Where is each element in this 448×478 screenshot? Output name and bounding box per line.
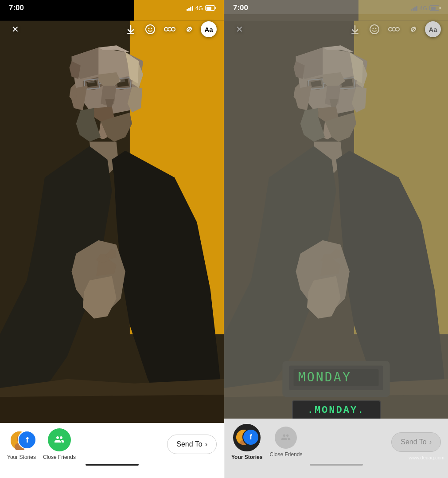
left-bottom-area: f Your Stories Close Friends Send To › bbox=[0, 423, 224, 478]
left-toolbar: ✕ Aa bbox=[0, 18, 224, 41]
svg-point-40 bbox=[148, 28, 150, 29]
right-your-stories-avatar-ring: f bbox=[233, 424, 261, 451]
close-button[interactable]: ✕ bbox=[7, 21, 23, 37]
watermark: www.deuaq.com bbox=[409, 455, 444, 460]
svg-point-89 bbox=[375, 28, 377, 29]
right-facebook-avatar: f bbox=[242, 429, 259, 446]
right-status-right: 4G bbox=[411, 5, 439, 12]
left-your-stories-option[interactable]: f Your Stories bbox=[7, 428, 36, 460]
left-status-right: 4G bbox=[187, 5, 215, 12]
left-share-row: f Your Stories Close Friends Send To › bbox=[7, 428, 217, 460]
left-toolbar-right: Aa bbox=[123, 21, 217, 37]
right-battery-icon bbox=[429, 5, 439, 11]
svg-point-41 bbox=[151, 28, 152, 29]
svg-point-88 bbox=[373, 28, 374, 29]
right-bottom-area: f Your Stories Close Friends Send To › bbox=[224, 419, 448, 478]
portrait-artwork-left bbox=[0, 0, 224, 445]
left-network-label: 4G bbox=[195, 5, 203, 12]
svg-point-87 bbox=[370, 25, 379, 34]
infinity-button[interactable] bbox=[162, 21, 178, 37]
text-button[interactable]: Aa bbox=[201, 21, 217, 37]
left-send-to-button[interactable]: Send To › bbox=[167, 435, 217, 454]
left-facebook-avatar: f bbox=[18, 431, 36, 449]
right-close-friends-option[interactable]: Close Friends bbox=[269, 427, 302, 458]
right-avatar-stack: f bbox=[235, 426, 258, 449]
left-phone-panel: 7:00 4G ✕ bbox=[0, 0, 224, 478]
left-signal-icon bbox=[187, 5, 193, 11]
right-link-button[interactable] bbox=[405, 21, 421, 37]
right-your-stories-option[interactable]: f Your Stories bbox=[231, 424, 262, 460]
left-home-indicator bbox=[86, 464, 139, 466]
right-text-button[interactable]: Aa bbox=[425, 21, 441, 37]
sticker-button[interactable] bbox=[142, 21, 158, 37]
right-phone-panel: MONDAY .MONDAY. 7:00 4G ✕ bbox=[224, 0, 448, 478]
right-toolbar: ✕ Aa bbox=[224, 18, 448, 41]
right-status-bar: 7:00 4G bbox=[224, 0, 448, 14]
left-close-friends-label: Close Friends bbox=[43, 454, 76, 460]
left-time: 7:00 bbox=[9, 4, 24, 12]
left-friends-avatar bbox=[48, 428, 71, 451]
svg-line-90 bbox=[413, 28, 414, 30]
monday-display: .MONDAY. bbox=[292, 400, 381, 420]
right-network-label: 4G bbox=[420, 5, 427, 12]
right-friends-avatar bbox=[275, 427, 297, 449]
right-infinity-button[interactable] bbox=[386, 21, 402, 37]
svg-line-42 bbox=[188, 28, 190, 30]
link-button[interactable] bbox=[181, 21, 197, 37]
svg-rect-86 bbox=[351, 33, 358, 34]
left-your-stories-label: Your Stories bbox=[7, 454, 36, 460]
download-button[interactable] bbox=[123, 21, 139, 37]
right-toolbar-right: Aa bbox=[347, 21, 441, 37]
svg-rect-38 bbox=[127, 33, 134, 34]
right-time: 7:00 bbox=[233, 4, 248, 12]
right-download-button[interactable] bbox=[347, 21, 363, 37]
left-avatar-stack: f bbox=[10, 428, 33, 451]
svg-marker-37 bbox=[0, 395, 224, 424]
right-close-friends-label: Close Friends bbox=[269, 451, 302, 458]
right-close-button[interactable]: ✕ bbox=[231, 21, 247, 37]
right-signal-icon bbox=[411, 5, 417, 11]
left-status-bar: 7:00 4G bbox=[0, 0, 224, 14]
left-close-friends-option[interactable]: Close Friends bbox=[43, 428, 76, 460]
svg-point-39 bbox=[146, 25, 155, 34]
right-your-stories-label: Your Stories bbox=[231, 454, 262, 460]
monday-text: .MONDAY. bbox=[300, 405, 373, 416]
right-home-indicator bbox=[310, 464, 363, 466]
right-sticker-button[interactable] bbox=[366, 21, 382, 37]
left-battery-icon bbox=[205, 5, 215, 11]
right-send-to-button[interactable]: Send To › bbox=[391, 432, 441, 452]
